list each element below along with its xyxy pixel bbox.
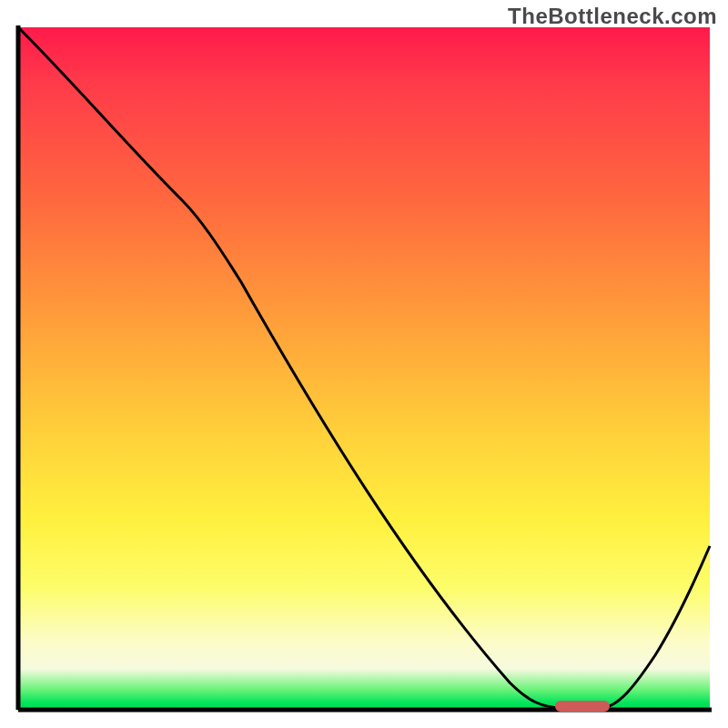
watermark-text: TheBottleneck.com (508, 4, 717, 29)
axes (18, 25, 712, 710)
bottleneck-curve (18, 27, 710, 708)
chart-svg (18, 27, 710, 710)
optimal-marker (555, 701, 610, 712)
chart-canvas: TheBottleneck.com (0, 0, 728, 728)
plot-area (18, 27, 710, 710)
